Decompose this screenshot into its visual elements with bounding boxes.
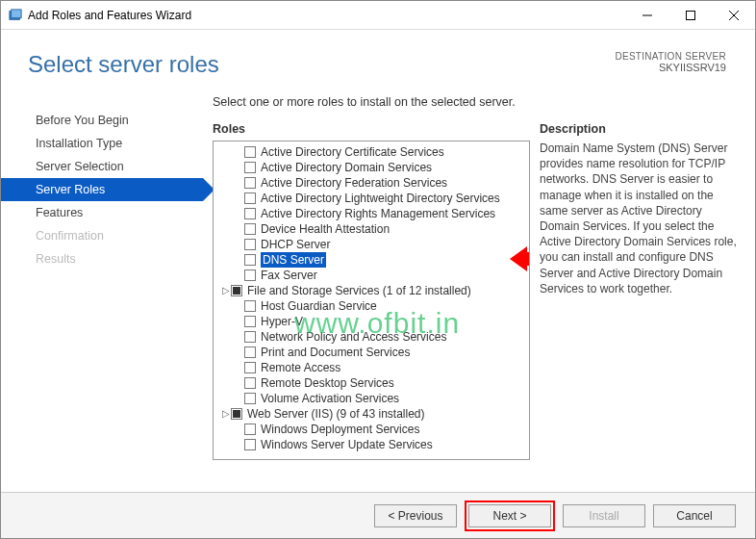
role-checkbox[interactable] [244, 346, 256, 358]
description-heading: Description [540, 122, 737, 136]
role-checkbox[interactable] [244, 146, 256, 158]
previous-button[interactable]: < Previous [374, 504, 457, 527]
role-item[interactable]: DHCP Server [214, 237, 529, 252]
footer: < Previous Next > Install Cancel [1, 492, 755, 538]
role-label: DHCP Server [261, 237, 330, 252]
destination-server: SKYIISSRV19 [615, 62, 726, 73]
role-checkbox[interactable] [244, 254, 256, 266]
role-label: Windows Server Update Services [261, 437, 433, 452]
roles-heading: Roles [213, 122, 530, 136]
role-label: Hyper-V [261, 314, 303, 329]
wizard-step[interactable]: Server Selection [1, 155, 203, 178]
role-item[interactable]: Windows Deployment Services [214, 422, 529, 437]
role-label: Active Directory Federation Services [261, 175, 447, 191]
svg-rect-3 [686, 12, 694, 20]
role-item[interactable]: Active Directory Lightweight Directory S… [214, 191, 529, 206]
role-label: Volume Activation Services [261, 391, 399, 406]
wizard-step[interactable]: Server Roles [1, 178, 203, 201]
body: Before You BeginInstallation TypeServer … [1, 95, 755, 490]
next-button[interactable]: Next > [468, 504, 551, 527]
window-title: Add Roles and Features Wizard [28, 9, 625, 22]
titlebar: Add Roles and Features Wizard [1, 1, 755, 30]
wizard-step: Confirmation [1, 224, 203, 247]
close-button[interactable] [712, 1, 755, 30]
role-item[interactable]: Remote Access [214, 360, 529, 375]
role-label: Web Server (IIS) (9 of 43 installed) [247, 406, 425, 422]
role-checkbox[interactable] [244, 270, 256, 281]
role-item[interactable]: ▷File and Storage Services (1 of 12 inst… [214, 283, 529, 298]
wizard-steps: Before You BeginInstallation TypeServer … [1, 95, 203, 490]
role-item[interactable]: Active Directory Rights Management Servi… [214, 206, 529, 221]
role-label: Windows Deployment Services [261, 422, 419, 437]
role-label: Print and Document Services [261, 345, 410, 360]
role-item[interactable]: Remote Desktop Services [214, 375, 529, 391]
install-button[interactable]: Install [563, 504, 645, 527]
destination-label: DESTINATION SERVER [615, 51, 726, 62]
svg-rect-1 [12, 9, 22, 17]
wizard-step: Results [1, 247, 203, 270]
role-label: DNS Server [261, 252, 326, 268]
role-checkbox[interactable] [244, 192, 256, 204]
header: Select server roles DESTINATION SERVER S… [1, 30, 755, 95]
role-checkbox[interactable] [244, 239, 256, 250]
cancel-button[interactable]: Cancel [653, 504, 736, 527]
next-button-highlight: Next > [465, 500, 555, 531]
expand-icon[interactable]: ▷ [221, 406, 231, 422]
role-item[interactable]: Active Directory Certificate Services [214, 144, 529, 160]
role-item[interactable]: Windows Server Update Services [214, 437, 529, 452]
instruction-text: Select one or more roles to install on t… [213, 95, 747, 109]
role-item[interactable]: Network Policy and Access Services [214, 329, 529, 345]
wizard-step[interactable]: Installation Type [1, 132, 203, 155]
destination-block: DESTINATION SERVER SKYIISSRV19 [615, 51, 726, 73]
role-checkbox[interactable] [244, 316, 256, 327]
role-item[interactable]: Volume Activation Services [214, 391, 529, 406]
role-checkbox[interactable] [231, 408, 242, 420]
role-item[interactable]: Active Directory Federation Services [214, 175, 529, 191]
expand-icon[interactable]: ▷ [221, 283, 231, 298]
role-checkbox[interactable] [244, 362, 256, 373]
roles-listbox[interactable]: Active Directory Certificate ServicesAct… [213, 141, 530, 460]
description-column: Description Domain Name System (DNS) Ser… [540, 122, 737, 460]
role-label: Active Directory Certificate Services [261, 144, 444, 160]
roles-column: Roles Active Directory Certificate Servi… [213, 122, 530, 460]
wizard-step[interactable]: Before You Begin [1, 109, 203, 132]
role-item[interactable]: Hyper-V [214, 314, 529, 329]
role-label: Fax Server [261, 268, 317, 283]
role-checkbox[interactable] [244, 162, 256, 173]
main-area: Select one or more roles to install on t… [203, 95, 755, 490]
role-item[interactable]: Print and Document Services [214, 345, 529, 360]
role-checkbox[interactable] [244, 177, 256, 189]
role-item[interactable]: DNS Server [214, 252, 529, 268]
app-icon [9, 9, 22, 22]
role-item[interactable]: Host Guardian Service [214, 298, 529, 314]
role-item[interactable]: Fax Server [214, 268, 529, 283]
role-label: Host Guardian Service [261, 298, 377, 314]
role-label: Active Directory Lightweight Directory S… [261, 191, 500, 206]
role-checkbox[interactable] [244, 223, 256, 235]
role-label: Device Health Attestation [261, 221, 390, 237]
role-label: Remote Desktop Services [261, 375, 394, 391]
role-checkbox[interactable] [244, 424, 256, 435]
role-checkbox[interactable] [244, 208, 256, 219]
role-label: Remote Access [261, 360, 340, 375]
role-label: Active Directory Rights Management Servi… [261, 206, 495, 221]
page-title: Select server roles [28, 51, 615, 78]
maximize-button[interactable] [668, 1, 712, 30]
minimize-button[interactable] [625, 1, 668, 30]
role-label: Network Policy and Access Services [261, 329, 446, 345]
role-checkbox[interactable] [244, 331, 256, 343]
role-item[interactable]: Device Health Attestation [214, 221, 529, 237]
wizard-step[interactable]: Features [1, 201, 203, 224]
role-checkbox[interactable] [244, 300, 256, 312]
role-checkbox[interactable] [244, 393, 256, 404]
role-item[interactable]: Active Directory Domain Services [214, 160, 529, 175]
role-label: Active Directory Domain Services [261, 160, 432, 175]
role-checkbox[interactable] [231, 285, 242, 296]
description-text: Domain Name System (DNS) Server provides… [540, 141, 737, 296]
role-checkbox[interactable] [244, 377, 256, 389]
role-label: File and Storage Services (1 of 12 insta… [247, 283, 471, 298]
window-controls [625, 1, 755, 29]
role-item[interactable]: ▷Web Server (IIS) (9 of 43 installed) [214, 406, 529, 422]
role-checkbox[interactable] [244, 439, 256, 450]
